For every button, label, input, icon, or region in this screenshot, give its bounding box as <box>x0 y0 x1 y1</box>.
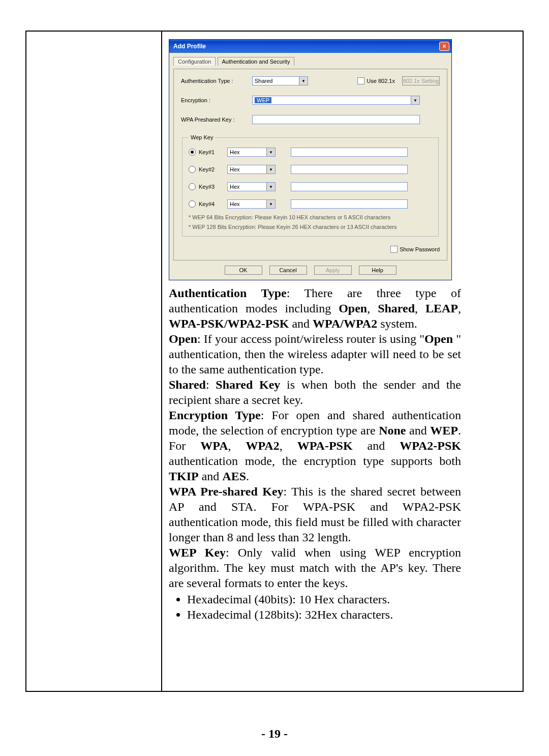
use-8021x-checkbox[interactable] <box>357 77 364 84</box>
wep-key-group: Wep Key Key#1 Hex ▼ Key# <box>182 134 439 237</box>
encryption-value: WEP <box>255 97 271 103</box>
wep-key-legend: Wep Key <box>189 134 215 140</box>
wep-key1-format-select[interactable]: Hex ▼ <box>227 148 276 157</box>
wep-key3-input[interactable] <box>291 182 408 191</box>
wep-key1-format: Hex <box>230 149 240 155</box>
wpa-psk-input[interactable] <box>252 115 420 124</box>
chevron-down-icon: ▼ <box>266 148 275 156</box>
wep-key4-radio[interactable] <box>189 200 196 208</box>
auth-type-select[interactable]: Shared ▼ <box>252 76 308 85</box>
shared-term: Shared <box>169 378 206 391</box>
wep-formats-list: Hexadecimal (40bits): 10 Hex characters.… <box>172 592 461 622</box>
use-8021x-label: Use 802.1x <box>367 78 395 84</box>
chevron-down-icon: ▼ <box>266 165 275 173</box>
auth-type-term: Authentication Type <box>169 286 287 300</box>
encryption-type-term: Encryption Type <box>169 409 261 422</box>
wep-key-term: WEP Key <box>169 546 226 559</box>
wep-key-row-3: Key#3 Hex ▼ <box>189 182 432 191</box>
wep-key2-radio[interactable] <box>189 166 196 173</box>
wep-key3-format-select[interactable]: Hex ▼ <box>227 182 276 191</box>
wep-key2-label: Key#2 <box>199 166 227 172</box>
show-password-checkbox[interactable] <box>390 246 398 253</box>
tab-configuration[interactable]: Configuration <box>173 57 216 66</box>
cancel-button[interactable]: Cancel <box>269 266 307 275</box>
wep-key3-format: Hex <box>230 184 240 190</box>
list-item: Hexadecimal (40bits): 10 Hex characters. <box>187 592 461 607</box>
close-icon[interactable]: × <box>439 42 449 51</box>
wep-key1-radio[interactable] <box>189 149 196 156</box>
help-button[interactable]: Help <box>359 266 396 275</box>
wep-key4-format-select[interactable]: Hex ▼ <box>227 199 276 209</box>
show-password-label: Show Password <box>400 246 440 252</box>
chevron-down-icon: ▼ <box>299 77 308 85</box>
auth-type-label: Authentication Type : <box>181 78 252 84</box>
add-profile-dialog: Add Profile × Configuration Authenticati… <box>169 39 452 280</box>
wep-key4-format: Hex <box>230 201 240 207</box>
page-number: - 19 - <box>0 727 549 741</box>
encryption-label: Encryption : <box>181 97 252 103</box>
auth-type-value: Shared <box>255 78 272 84</box>
wep-key-row-2: Key#2 Hex ▼ <box>189 165 432 174</box>
open-term: Open <box>169 332 197 345</box>
dialog-titlebar: Add Profile × <box>169 40 451 53</box>
wep-note-64: * WEP 64 Bits Encryption: Please Keyin 1… <box>189 214 432 221</box>
chevron-down-icon: ▼ <box>266 183 275 191</box>
wep-key4-input[interactable] <box>291 199 408 209</box>
list-item: Hexadecimal (128bits): 32Hex characters. <box>187 607 461 622</box>
dialog-tabpanel: Authentication Type : Shared ▼ Use 802.1… <box>173 69 447 260</box>
wpa-psk-label: WPA Preshared Key : <box>181 117 252 123</box>
wep-key-row-4: Key#4 Hex ▼ <box>189 199 432 209</box>
wep-key1-label: Key#1 <box>199 149 227 155</box>
chevron-down-icon: ▼ <box>411 96 419 104</box>
ok-button[interactable]: OK <box>225 266 262 275</box>
body-text: Authentication Type: There are three typ… <box>169 285 461 622</box>
dialog-tabs: Configuration Authentication and Securit… <box>173 57 447 66</box>
wep-key2-format: Hex <box>230 166 240 172</box>
8021x-setting-button[interactable]: 802.1x Setting <box>402 76 440 85</box>
encryption-select[interactable]: WEP ▼ <box>252 96 420 105</box>
dialog-body: Configuration Authentication and Securit… <box>169 53 451 280</box>
tab-authentication-security[interactable]: Authentication and Security <box>218 57 295 66</box>
wep-key3-label: Key#3 <box>199 184 227 190</box>
wep-key2-input[interactable] <box>291 165 408 174</box>
wep-key4-label: Key#4 <box>199 201 227 207</box>
wep-key1-input[interactable] <box>291 148 408 157</box>
apply-button[interactable]: Apply <box>314 266 352 275</box>
dialog-title: Add Profile <box>173 43 206 50</box>
wep-key2-format-select[interactable]: Hex ▼ <box>227 165 276 174</box>
wep-note-128: * WEP 128 Bits Encryption: Please Keyin … <box>189 223 432 231</box>
chevron-down-icon: ▼ <box>266 200 275 208</box>
wep-key-row-1: Key#1 Hex ▼ <box>189 148 432 157</box>
wpa-psk-term: WPA Pre-shared Key <box>169 485 284 498</box>
wep-key3-radio[interactable] <box>189 183 196 190</box>
